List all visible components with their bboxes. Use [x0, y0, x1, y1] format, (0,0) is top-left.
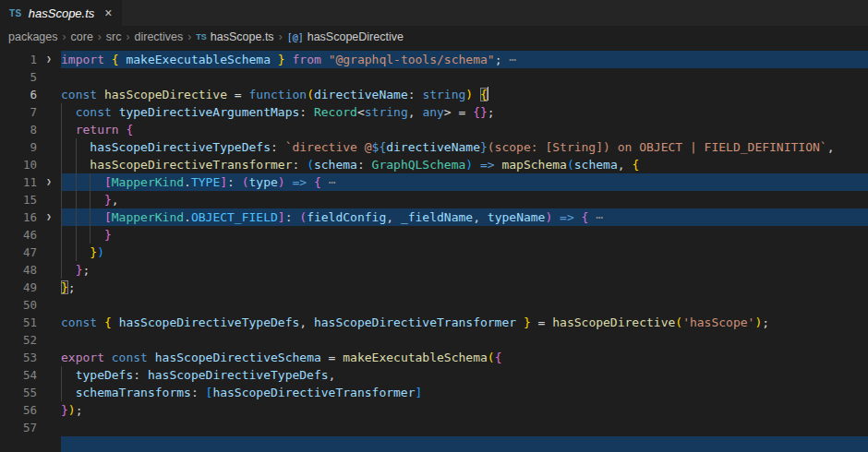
- line-number: 52: [0, 331, 37, 349]
- code-token: <: [357, 105, 365, 119]
- code-token: directiveName: [386, 140, 480, 154]
- code-token: :: [292, 158, 307, 172]
- line-content[interactable]: [61, 68, 868, 86]
- indent-guide: [61, 191, 62, 208]
- code-token: [321, 53, 329, 66]
- fold-chevron-icon[interactable]: ❯: [37, 208, 61, 226]
- line-content[interactable]: import { makeExecutableSchema } from "@g…: [61, 51, 868, 68]
- line-number: 1: [0, 51, 37, 68]
- breadcrumb-item-directives[interactable]: directives: [135, 30, 184, 43]
- line-content[interactable]: };: [61, 279, 868, 296]
- code-token: ,: [112, 193, 119, 207]
- code-token: ): [465, 88, 473, 101]
- code-token: ,: [618, 158, 633, 172]
- code-token: [516, 315, 524, 329]
- breadcrumb-item-src[interactable]: src: [106, 30, 122, 43]
- code-token: (: [307, 88, 314, 101]
- line-content[interactable]: [61, 419, 868, 436]
- vscode-window: TS hasScope.ts × packages›core›src›direc…: [0, 0, 868, 452]
- line-number: 57: [0, 419, 37, 436]
- fold-chevron-empty: [37, 121, 61, 138]
- line-content[interactable]: export const hasScopeDirectiveSchema = m…: [61, 349, 868, 366]
- code-token: }: [104, 193, 112, 207]
- breadcrumb-item-core[interactable]: core: [71, 30, 93, 43]
- code-line: 54 typeDefs: hasScopeDirectiveTypeDefs,: [0, 366, 868, 384]
- code-token: (: [299, 210, 307, 224]
- breadcrumb-separator-icon: ›: [187, 30, 191, 43]
- code-editor[interactable]: 1❯import { makeExecutableSchema } from "…: [0, 48, 868, 452]
- line-content[interactable]: return {: [61, 121, 868, 138]
- code-line: 53export const hasScopeDirectiveSchema =…: [0, 349, 868, 366]
- code-token: _fieldName: [401, 210, 473, 224]
- breadcrumb-item-hasscope-ts[interactable]: TShasScope.ts: [196, 30, 273, 43]
- code-token: ${: [372, 140, 387, 154]
- code-token: :: [299, 105, 314, 119]
- fold-chevron-empty: [37, 384, 61, 401]
- gutter: 7: [0, 103, 61, 121]
- line-content[interactable]: schemaTransforms: [hasScopeDirectiveTran…: [61, 384, 868, 401]
- indent-guide: [90, 191, 90, 208]
- line-content[interactable]: [61, 331, 868, 349]
- line-content[interactable]: }: [61, 226, 868, 244]
- line-content[interactable]: [61, 296, 868, 314]
- line-content[interactable]: };: [61, 261, 868, 279]
- gutter: 57: [0, 419, 61, 436]
- folded-code-ellipsis[interactable]: ⋯: [321, 175, 336, 189]
- code-line: 16❯ [MapperKind.OBJECT_FIELD]: (fieldCon…: [0, 208, 868, 226]
- breadcrumb: packages›core›src›directives›TShasScope.…: [0, 26, 868, 48]
- code-line: 48 };: [0, 261, 868, 279]
- line-number: 9: [0, 138, 37, 156]
- code-token: TYPE: [191, 175, 220, 189]
- line-number: 6: [0, 86, 37, 103]
- line-content[interactable]: [MapperKind.TYPE]: (type) => { ⋯: [61, 173, 868, 191]
- code-token: {: [314, 175, 321, 189]
- line-content[interactable]: const { hasScopeDirectiveTypeDefs, hasSc…: [61, 314, 868, 331]
- code-token: fieldConfig: [307, 210, 386, 224]
- breadcrumb-item-packages[interactable]: packages: [8, 30, 58, 43]
- line-content[interactable]: const hasScopeDirective = function(direc…: [61, 86, 868, 103]
- folded-code-ellipsis[interactable]: ⋯: [588, 210, 603, 224]
- code-line: 5: [0, 68, 868, 86]
- code-token: [61, 386, 76, 399]
- fold-chevron-icon[interactable]: ❯: [37, 173, 61, 191]
- code-token: }: [524, 315, 531, 329]
- line-content[interactable]: const typeDirectiveArgumentMaps: Record<…: [61, 103, 868, 121]
- code-token: ,: [386, 210, 401, 224]
- gutter: 10: [0, 156, 61, 173]
- tab-hasscope-ts[interactable]: TS hasScope.ts ×: [0, 0, 122, 26]
- code-line: 46 }: [0, 226, 868, 244]
- code-token: {}: [473, 105, 488, 119]
- line-content[interactable]: },: [61, 191, 868, 208]
- line-content[interactable]: }): [61, 244, 868, 261]
- gutter: 6: [0, 86, 61, 103]
- code-token: [: [104, 175, 112, 189]
- line-content[interactable]: });: [61, 401, 868, 419]
- code-line: 57: [0, 419, 868, 436]
- folded-code-ellipsis[interactable]: ⋯: [501, 53, 516, 66]
- line-content[interactable]: [61, 436, 868, 452]
- fold-chevron-empty: [37, 103, 61, 121]
- code-token: hasScopeDirective: [552, 315, 675, 329]
- line-content[interactable]: hasScopeDirectiveTypeDefs: `directive @$…: [61, 138, 868, 156]
- line-content[interactable]: typeDefs: hasScopeDirectiveTypeDefs,: [61, 366, 868, 384]
- line-number: 54: [0, 366, 37, 384]
- breadcrumb-separator-icon: ›: [98, 30, 102, 43]
- line-content[interactable]: [MapperKind.OBJECT_FIELD]: (fieldConfig,…: [61, 208, 868, 226]
- code-token: .: [184, 175, 191, 189]
- line-content[interactable]: hasScopeDirectiveTransformer: (schema: G…: [61, 156, 868, 173]
- code-token: =>: [293, 175, 307, 189]
- code-token: hasScopeDirective: [104, 88, 227, 101]
- code-token: makeExecutableSchema: [343, 351, 488, 364]
- close-tab-icon[interactable]: ×: [104, 6, 112, 19]
- fold-chevron-icon[interactable]: ❯: [37, 51, 61, 68]
- code-token: ;: [762, 315, 769, 329]
- code-line: 51const { hasScopeDirectiveTypeDefs, has…: [0, 314, 868, 331]
- breadcrumb-label: src: [106, 30, 122, 43]
- code-token: [112, 105, 119, 119]
- breadcrumb-separator-icon: ›: [279, 30, 283, 43]
- line-number: 53: [0, 349, 37, 366]
- code-token: (: [488, 351, 495, 364]
- indent-guide: [61, 156, 62, 173]
- breadcrumb-item-hasscopedirective[interactable]: [@]hasScopeDirective: [287, 30, 404, 43]
- code-token: {: [112, 53, 119, 66]
